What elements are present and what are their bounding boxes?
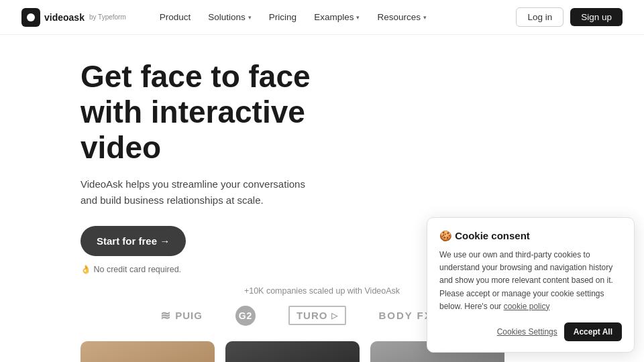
logo-g2: G2 (235, 305, 256, 326)
screenshot-1 (80, 341, 215, 362)
logo[interactable]: videoaskby Typeform (21, 8, 126, 27)
logo-puig: ≋ PUIG (160, 308, 203, 323)
person-photo-2 (225, 341, 360, 362)
logo-text: videoask (44, 12, 85, 23)
hero-title: Get face to face with interactive video (80, 59, 362, 166)
cookie-actions: Cookies Settings Accept All (439, 322, 622, 341)
logo-by: by Typeform (89, 13, 126, 21)
cookies-settings-button[interactable]: Cookies Settings (497, 327, 557, 337)
cookie-policy-link[interactable]: cookie policy (504, 302, 550, 311)
navbar: videoaskby Typeform Product Solutions▾ P… (0, 0, 644, 35)
nav-examples[interactable]: Examples▾ (307, 8, 366, 26)
accept-all-button[interactable]: Accept All (564, 322, 622, 341)
chevron-down-icon: ▾ (248, 14, 252, 21)
cookie-banner: 🍪 Cookie consent We use our own and thir… (427, 217, 635, 353)
logo-bodyfx: BODY FX (378, 310, 432, 321)
svg-point-1 (27, 13, 35, 21)
nav-pricing[interactable]: Pricing (262, 8, 303, 26)
cookie-title: 🍪 Cookie consent (439, 230, 622, 242)
g2-icon: G2 (235, 305, 256, 326)
cookie-body: We use our own and third-party cookies t… (439, 249, 622, 313)
logo-icon (21, 8, 40, 27)
chevron-down-icon: ▾ (423, 14, 427, 21)
cta-button[interactable]: Start for free → (80, 226, 186, 256)
login-button[interactable]: Log in (516, 7, 564, 27)
nav-links: Product Solutions▾ Pricing Examples▾ Res… (153, 8, 517, 26)
svg-text:G2: G2 (239, 310, 253, 321)
signup-button[interactable]: Sign up (570, 8, 623, 26)
hero-subtitle: VideoAsk helps you streamline your conve… (80, 176, 309, 208)
person-photo-1 (80, 341, 215, 362)
nav-product[interactable]: Product (153, 8, 198, 26)
nav-resources[interactable]: Resources▾ (370, 8, 433, 26)
logo-turo: TURO ▷ (288, 306, 347, 325)
chevron-down-icon: ▾ (356, 14, 360, 21)
nav-solutions[interactable]: Solutions▾ (201, 8, 258, 26)
nav-actions: Log in Sign up (516, 7, 623, 27)
screenshot-2 (225, 341, 360, 362)
